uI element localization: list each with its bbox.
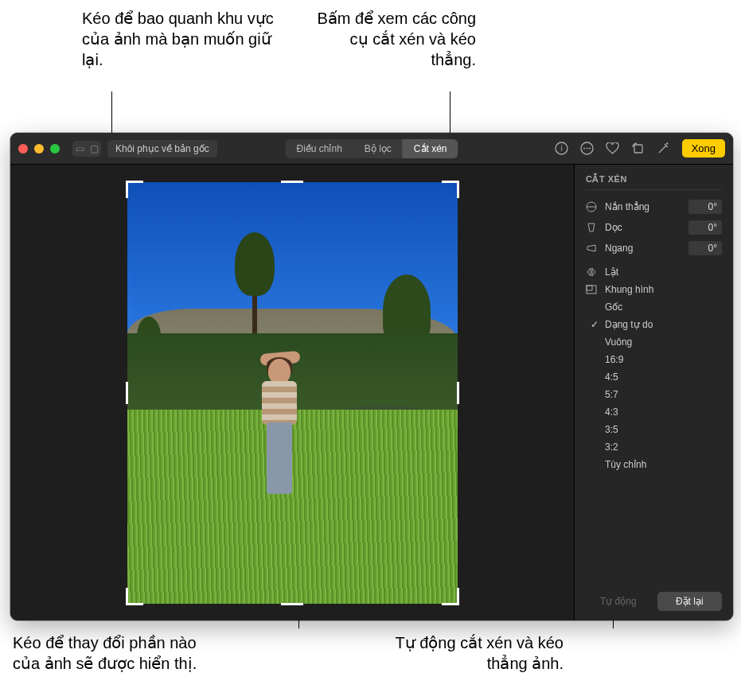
- crop-handle-top-left[interactable]: [126, 181, 143, 198]
- info-icon[interactable]: i: [555, 142, 569, 156]
- flip-icon: [586, 266, 599, 278]
- horizontal-perspective-icon: [586, 243, 599, 254]
- photos-edit-window: ▭ ▢ Khôi phục về bản gốc Điều chỉnh Bộ l…: [10, 133, 733, 620]
- editor-body: CẮT XÉN Nắn thẳng 0° Dọc 0° Ngang 0° Lật: [10, 165, 733, 620]
- photo-canvas: [10, 165, 574, 620]
- crop-handle-bottom-right[interactable]: [442, 588, 459, 605]
- aspect-freeform[interactable]: Dạng tự do: [586, 316, 722, 333]
- auto-button[interactable]: Tự động: [586, 592, 651, 611]
- rotate-icon[interactable]: [631, 142, 645, 156]
- aspect-4-3[interactable]: 4:3: [586, 403, 722, 421]
- sidebar-title: CẮT XÉN: [586, 174, 722, 190]
- straighten-label: Nắn thẳng: [605, 201, 682, 212]
- crop-handle-top[interactable]: [281, 181, 303, 183]
- aspect-header-row: Khung hình: [586, 281, 722, 298]
- favorite-icon[interactable]: [606, 142, 620, 156]
- minimize-button[interactable]: [34, 144, 44, 154]
- horizontal-label: Ngang: [605, 243, 682, 254]
- photo-subject-person: [252, 359, 308, 502]
- callout-crop-tab: Bấm để xem các công cụ cắt xén và kéo th…: [317, 8, 476, 70]
- crop-sidebar: CẮT XÉN Nắn thẳng 0° Dọc 0° Ngang 0° Lật: [574, 165, 733, 620]
- svg-rect-6: [634, 145, 642, 153]
- callout-crop-corner: Kéo để bao quanh khu vực của ảnh mà bạn …: [82, 8, 289, 70]
- aspect-5-7[interactable]: 5:7: [586, 386, 722, 403]
- crop-handle-top-right[interactable]: [442, 181, 459, 198]
- aspect-square[interactable]: Vuông: [586, 333, 722, 351]
- horizontal-value: 0°: [688, 241, 722, 255]
- vertical-perspective-icon: [586, 222, 599, 233]
- aspect-header-label: Khung hình: [605, 284, 722, 295]
- svg-point-5: [589, 148, 591, 150]
- toolbar: ▭ ▢ Khôi phục về bản gốc Điều chỉnh Bộ l…: [10, 133, 733, 165]
- crop-handle-bottom-left[interactable]: [126, 588, 143, 605]
- crop-handle-bottom[interactable]: [281, 603, 303, 605]
- grid-view-icon: ▭: [72, 141, 87, 157]
- photo-tree: [243, 232, 267, 344]
- straighten-row[interactable]: Nắn thẳng 0°: [586, 196, 722, 217]
- svg-rect-9: [587, 286, 596, 294]
- aspect-original[interactable]: Gốc: [586, 298, 722, 316]
- aspect-3-2[interactable]: 3:2: [586, 438, 722, 456]
- svg-text:i: i: [561, 144, 563, 153]
- horizontal-row[interactable]: Ngang 0°: [586, 238, 722, 259]
- straighten-icon: [586, 201, 599, 212]
- aspect-4-5[interactable]: 4:5: [586, 368, 722, 386]
- sidebar-footer: Tự động Đặt lại: [586, 584, 722, 611]
- svg-point-3: [583, 148, 585, 150]
- aspect-16-9[interactable]: 16:9: [586, 351, 722, 368]
- fullscreen-button[interactable]: [50, 144, 60, 154]
- vertical-value: 0°: [688, 220, 722, 235]
- svg-rect-10: [587, 286, 592, 290]
- reset-button[interactable]: Đặt lại: [657, 592, 723, 611]
- callout-auto: Tự động cắt xén và kéo thẳng ảnh.: [357, 632, 564, 674]
- callout-crop-edge: Kéo để thay đổi phần nào của ảnh sẽ được…: [13, 632, 220, 674]
- aspect-icon: [586, 285, 599, 294]
- more-icon[interactable]: [580, 142, 595, 156]
- aspect-3-5[interactable]: 3:5: [586, 421, 722, 438]
- close-button[interactable]: [18, 144, 28, 154]
- tab-adjust[interactable]: Điều chỉnh: [285, 139, 353, 158]
- vertical-label: Dọc: [605, 222, 682, 233]
- revert-button[interactable]: Khôi phục về bản gốc: [107, 140, 217, 158]
- crop-handle-right[interactable]: [457, 382, 459, 404]
- crop-frame[interactable]: [127, 182, 458, 604]
- single-view-icon: ▢: [87, 141, 101, 157]
- edit-mode-tabs: Điều chỉnh Bộ lọc Cắt xén: [285, 139, 458, 158]
- window-controls: [18, 144, 60, 154]
- straighten-value: 0°: [688, 200, 722, 214]
- crop-handle-left[interactable]: [126, 382, 128, 404]
- tab-filters[interactable]: Bộ lọc: [353, 139, 403, 158]
- svg-point-4: [587, 148, 588, 150]
- done-button[interactable]: Xong: [682, 139, 725, 158]
- toolbar-right: i Xong: [555, 139, 725, 158]
- vertical-row[interactable]: Dọc 0°: [586, 217, 722, 238]
- aspect-custom[interactable]: Tùy chỉnh: [586, 456, 722, 473]
- view-mode-toggle[interactable]: ▭ ▢: [72, 141, 101, 157]
- flip-label: Lật: [605, 266, 722, 278]
- auto-enhance-icon[interactable]: [657, 142, 671, 156]
- tab-crop[interactable]: Cắt xén: [403, 139, 458, 158]
- flip-row[interactable]: Lật: [586, 263, 722, 281]
- leader-line: [450, 91, 450, 139]
